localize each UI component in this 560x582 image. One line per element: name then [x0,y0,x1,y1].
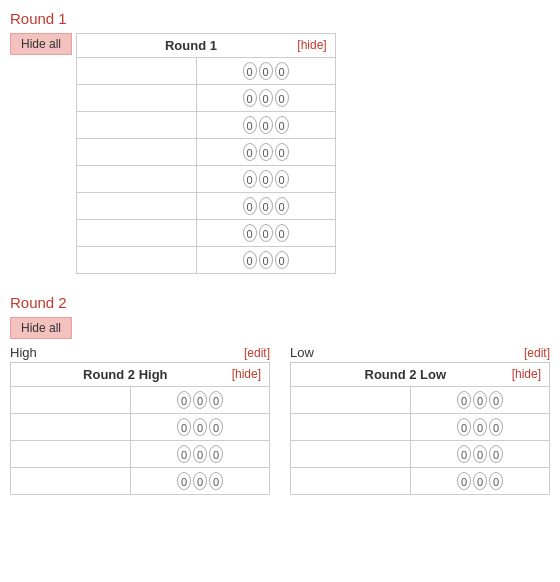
round2-high-table-header: Round 2 High [hide] [11,363,270,387]
round2-low-header-row: Low [edit] [290,345,550,360]
score-cell: 000 [131,441,270,468]
round2-high-label: High [10,345,37,360]
round2-section: Round 2 Hide all High [edit] Round 2 Hig… [10,294,550,495]
score-display: 000 [205,224,327,242]
round2-low-wrapper: Low [edit] Round 2 Low [hide] 0000000000… [290,345,550,495]
score-display: 000 [205,197,327,215]
name-cell [76,193,196,220]
round2-high-wrapper: High [edit] Round 2 High [hide] 00000000… [10,345,270,495]
score-digit-2: 0 [275,251,289,269]
name-cell [76,85,196,112]
score-digit-0: 0 [243,116,257,134]
score-digit-1: 0 [473,391,487,409]
score-digit-0: 0 [177,418,191,436]
table-row: 000 [11,441,270,468]
score-digit-2: 0 [489,445,503,463]
name-cell [76,112,196,139]
score-digit-1: 0 [259,143,273,161]
score-digit-2: 0 [489,391,503,409]
score-display: 000 [139,418,261,436]
score-cell: 000 [411,441,550,468]
round2-high-header-label: Round 2 High [83,367,168,382]
round2-high-hide-link[interactable]: [hide] [232,367,261,381]
score-cell: 000 [131,468,270,495]
round2-low-edit-link[interactable]: [edit] [524,346,550,360]
score-digit-1: 0 [193,418,207,436]
round2-high-edit-link[interactable]: [edit] [244,346,270,360]
score-digit-2: 0 [209,391,223,409]
score-digit-2: 0 [275,143,289,161]
table-row: 000 [76,220,335,247]
round2-low-table-header: Round 2 Low [hide] [291,363,550,387]
score-display: 000 [205,116,327,134]
score-digit-2: 0 [275,116,289,134]
score-cell: 000 [196,247,335,274]
score-digit-0: 0 [457,472,471,490]
score-digit-1: 0 [259,170,273,188]
score-digit-2: 0 [275,224,289,242]
table-row: 000 [76,85,335,112]
name-cell [11,468,131,495]
round2-high-header-row: High [edit] [10,345,270,360]
name-cell [11,414,131,441]
score-display: 000 [205,143,327,161]
score-digit-0: 0 [177,472,191,490]
score-digit-2: 0 [209,418,223,436]
score-display: 000 [205,62,327,80]
score-display: 000 [419,472,541,490]
round2-low-hide-link[interactable]: [hide] [512,367,541,381]
score-display: 000 [205,170,327,188]
table-row: 000 [11,414,270,441]
score-digit-2: 0 [275,170,289,188]
score-cell: 000 [411,414,550,441]
round2-hide-all-button[interactable]: Hide all [10,317,72,339]
name-cell [76,247,196,274]
table-row: 000 [76,112,335,139]
table-row: 000 [291,414,550,441]
round1-hide-link[interactable]: [hide] [297,38,326,52]
score-display: 000 [139,472,261,490]
score-cell: 000 [411,387,550,414]
name-cell [291,441,411,468]
round2-title: Round 2 [10,294,550,311]
score-digit-2: 0 [489,472,503,490]
score-digit-0: 0 [243,143,257,161]
score-digit-2: 0 [209,445,223,463]
name-cell [11,387,131,414]
name-cell [291,387,411,414]
score-digit-0: 0 [457,418,471,436]
score-digit-1: 0 [193,472,207,490]
table-row: 000 [76,58,335,85]
score-digit-1: 0 [473,445,487,463]
score-digit-1: 0 [193,445,207,463]
score-display: 000 [419,445,541,463]
score-cell: 000 [131,387,270,414]
score-digit-1: 0 [473,418,487,436]
score-digit-0: 0 [243,89,257,107]
score-digit-1: 0 [259,116,273,134]
score-display: 000 [205,89,327,107]
round1-hide-all-button[interactable]: Hide all [10,33,72,55]
name-cell [76,58,196,85]
round2-columns: High [edit] Round 2 High [hide] 00000000… [10,345,550,495]
score-display: 000 [419,418,541,436]
score-digit-0: 0 [243,224,257,242]
score-digit-0: 0 [177,391,191,409]
score-digit-2: 0 [275,197,289,215]
score-display: 000 [205,251,327,269]
score-cell: 000 [196,220,335,247]
name-cell [76,166,196,193]
name-cell [291,468,411,495]
round1-header-label: Round 1 [165,38,217,53]
score-digit-1: 0 [259,251,273,269]
table-row: 000 [76,193,335,220]
score-digit-2: 0 [489,418,503,436]
score-display: 000 [419,391,541,409]
score-digit-0: 0 [243,197,257,215]
score-cell: 000 [131,414,270,441]
round1-title: Round 1 [10,10,550,27]
score-digit-2: 0 [275,62,289,80]
score-cell: 000 [196,139,335,166]
score-digit-1: 0 [193,391,207,409]
table-row: 000 [76,247,335,274]
